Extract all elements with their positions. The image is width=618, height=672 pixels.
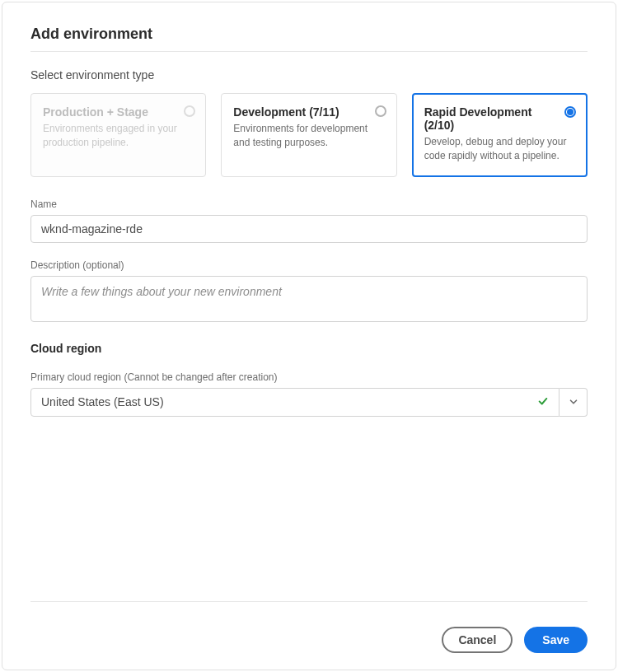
env-type-development[interactable]: Development (7/11) Environments for deve…	[221, 93, 396, 177]
primary-region-field-block: Primary cloud region (Cannot be changed …	[30, 371, 588, 417]
env-type-desc: Develop, debug and deploy your code rapi…	[424, 135, 575, 163]
checkmark-icon	[537, 395, 549, 409]
select-value-box[interactable]: United States (East US)	[30, 388, 559, 417]
select-value-text: United States (East US)	[41, 395, 164, 408]
primary-region-label: Primary cloud region (Cannot be changed …	[30, 371, 588, 383]
env-type-options: Production + Stage Environments engaged …	[30, 93, 588, 177]
env-type-title: Development (7/11)	[233, 105, 384, 119]
env-type-title: Production + Stage	[43, 105, 194, 119]
env-type-desc: Environments for development and testing…	[233, 122, 384, 150]
description-field-block: Description (optional)	[30, 259, 588, 325]
env-type-rapid-development[interactable]: Rapid Development (2/10) Develop, debug …	[412, 93, 588, 177]
dialog-title: Add environment	[30, 26, 588, 43]
chevron-down-icon	[569, 398, 578, 406]
save-button[interactable]: Save	[524, 627, 588, 653]
radio-icon	[375, 105, 386, 117]
description-label: Description (optional)	[30, 259, 588, 271]
divider	[30, 51, 588, 52]
select-dropdown-button[interactable]	[559, 388, 588, 417]
dialog-footer: Cancel Save	[30, 601, 588, 653]
env-type-desc: Environments engaged in your production …	[43, 122, 194, 150]
cloud-region-heading: Cloud region	[30, 342, 588, 355]
env-type-title: Rapid Development (2/10)	[424, 105, 575, 132]
cancel-button[interactable]: Cancel	[442, 627, 513, 653]
env-type-production-stage: Production + Stage Environments engaged …	[30, 93, 206, 177]
name-field-block: Name	[30, 198, 588, 243]
env-type-section-label: Select environment type	[30, 68, 588, 82]
name-label: Name	[30, 198, 588, 210]
radio-icon	[564, 106, 576, 118]
description-textarea[interactable]	[30, 276, 588, 322]
name-input[interactable]	[30, 215, 588, 243]
primary-region-select[interactable]: United States (East US)	[30, 388, 588, 417]
add-environment-dialog: Add environment Select environment type …	[2, 2, 616, 670]
